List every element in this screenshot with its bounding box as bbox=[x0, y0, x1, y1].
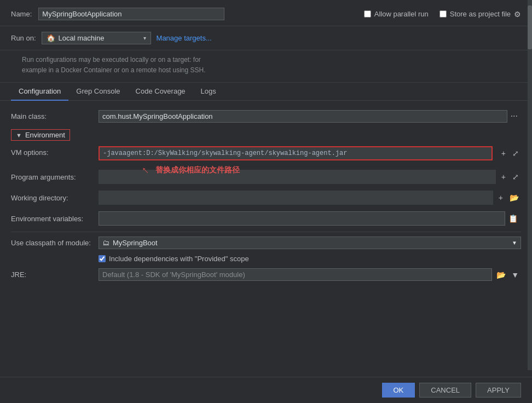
gear-icon[interactable]: ⚙ bbox=[514, 10, 521, 19]
working-dir-row: Working directory: + 📂 bbox=[11, 190, 521, 205]
store-project-group: Store as project file ⚙ bbox=[440, 10, 521, 19]
program-args-row: Program arguments: + ⤢ bbox=[11, 169, 521, 185]
jre-arrow-button[interactable]: ▼ bbox=[509, 269, 521, 280]
store-project-checkbox[interactable] bbox=[440, 10, 447, 18]
manage-targets-link[interactable]: Manage targets... bbox=[157, 34, 212, 42]
allow-parallel-label: Allow parallel run bbox=[374, 10, 429, 18]
vm-options-actions: + ⤢ bbox=[499, 148, 521, 159]
working-dir-actions: + 📂 bbox=[496, 192, 521, 203]
vm-options-label: VM options: bbox=[11, 146, 99, 157]
vm-options-expand-button[interactable]: ⤢ bbox=[510, 148, 521, 159]
environment-toggle-border[interactable]: ▼ Environment bbox=[11, 129, 70, 141]
classpath-row: Use classpath of module: 🗂 MySpringBoot … bbox=[11, 237, 521, 249]
program-args-add-button[interactable]: + bbox=[499, 171, 508, 182]
working-dir-label: Working directory: bbox=[11, 194, 99, 202]
module-icon: 🗂 bbox=[102, 239, 109, 247]
vm-options-input[interactable] bbox=[99, 146, 493, 160]
include-deps-row: Include dependencies with "Provided" sco… bbox=[11, 255, 521, 263]
classpath-label: Use classpath of module: bbox=[11, 239, 99, 247]
store-project-label: Store as project file bbox=[450, 10, 511, 18]
environment-toggle-arrow: ▼ bbox=[16, 132, 22, 139]
run-on-target: Local machine bbox=[59, 34, 105, 42]
bottom-bar: OK CANCEL APPLY bbox=[0, 377, 532, 403]
allow-parallel-group: Allow parallel run bbox=[364, 10, 429, 18]
tab-grep-console[interactable]: Grep Console bbox=[68, 83, 128, 101]
program-args-label: Program arguments: bbox=[11, 173, 99, 181]
module-arrow-icon: ▼ bbox=[512, 240, 517, 246]
run-debug-dialog: Name: Allow parallel run Store as projec… bbox=[0, 0, 532, 403]
program-args-field bbox=[99, 170, 496, 184]
separator bbox=[11, 232, 521, 232]
scrollbar-thumb[interactable] bbox=[528, 5, 532, 49]
include-deps-checkbox[interactable] bbox=[99, 255, 106, 262]
scrollbar[interactable] bbox=[528, 0, 532, 370]
run-on-label: Run on: bbox=[11, 34, 36, 42]
dropdown-arrow-icon: ▾ bbox=[143, 35, 146, 41]
top-bar: Name: Allow parallel run Store as projec… bbox=[0, 0, 532, 26]
top-right-controls: Allow parallel run Store as project file… bbox=[364, 10, 521, 19]
program-args-actions: + ⤢ bbox=[499, 171, 521, 182]
environment-section-header: ▼ Environment bbox=[11, 129, 521, 141]
program-args-expand-button[interactable]: ⤢ bbox=[510, 171, 521, 182]
main-class-label: Main class: bbox=[11, 112, 99, 120]
run-on-dropdown[interactable]: 🏠 Local machine ▾ bbox=[42, 32, 151, 44]
house-icon: 🏠 bbox=[47, 34, 55, 42]
tab-configuration[interactable]: Configuration bbox=[11, 83, 68, 101]
cancel-button[interactable]: CANCEL bbox=[419, 383, 471, 398]
tab-logs[interactable]: Logs bbox=[193, 83, 224, 101]
vm-options-row: VM options: + ⤢ ↑ 替换成你相应的文件路径 bbox=[11, 146, 521, 164]
module-value: MySpringBoot bbox=[113, 239, 158, 247]
include-deps-label: Include dependencies with "Provided" sco… bbox=[109, 255, 249, 263]
tab-code-coverage[interactable]: Code Coverage bbox=[128, 83, 193, 101]
main-class-more-button[interactable]: ··· bbox=[507, 110, 521, 122]
run-on-bar: Run on: 🏠 Local machine ▾ Manage targets… bbox=[0, 26, 532, 50]
environment-title: Environment bbox=[25, 131, 65, 139]
vm-options-add-button[interactable]: + bbox=[499, 148, 508, 159]
env-vars-field bbox=[99, 211, 505, 226]
include-deps-group: Include dependencies with "Provided" sco… bbox=[99, 255, 249, 263]
ok-button[interactable]: OK bbox=[382, 383, 415, 398]
name-input[interactable] bbox=[38, 8, 224, 20]
env-vars-copy-button[interactable]: 📋 bbox=[505, 213, 521, 224]
jre-label: JRE: bbox=[11, 270, 99, 279]
main-class-row: Main class: ··· bbox=[11, 108, 521, 124]
working-dir-field bbox=[99, 191, 493, 205]
module-dropdown[interactable]: 🗂 MySpringBoot ▼ bbox=[99, 237, 521, 249]
jre-value: Default (1.8 - SDK of 'MySpringBoot' mod… bbox=[102, 270, 245, 279]
jre-folder-button[interactable]: 📂 bbox=[494, 269, 508, 280]
jre-field: Default (1.8 - SDK of 'MySpringBoot' mod… bbox=[99, 268, 492, 281]
apply-button[interactable]: APPLY bbox=[476, 383, 521, 398]
info-text: Run configurations may be executed local… bbox=[22, 56, 206, 74]
info-box: Run configurations may be executed local… bbox=[0, 50, 532, 83]
content-area: Main class: ··· ▼ Environment VM options… bbox=[0, 101, 532, 377]
name-label: Name: bbox=[11, 10, 32, 18]
env-vars-label: Environment variables: bbox=[11, 215, 99, 223]
allow-parallel-checkbox[interactable] bbox=[364, 10, 371, 18]
main-class-input[interactable] bbox=[99, 110, 507, 123]
tabs-bar: Configuration Grep Console Code Coverage… bbox=[0, 83, 532, 101]
jre-row: JRE: Default (1.8 - SDK of 'MySpringBoot… bbox=[11, 268, 521, 281]
env-vars-row: Environment variables: 📋 bbox=[11, 211, 521, 226]
jre-actions: 📂 ▼ bbox=[494, 269, 521, 280]
working-dir-folder-button[interactable]: 📂 bbox=[507, 192, 521, 203]
working-dir-add-button[interactable]: + bbox=[496, 192, 505, 203]
